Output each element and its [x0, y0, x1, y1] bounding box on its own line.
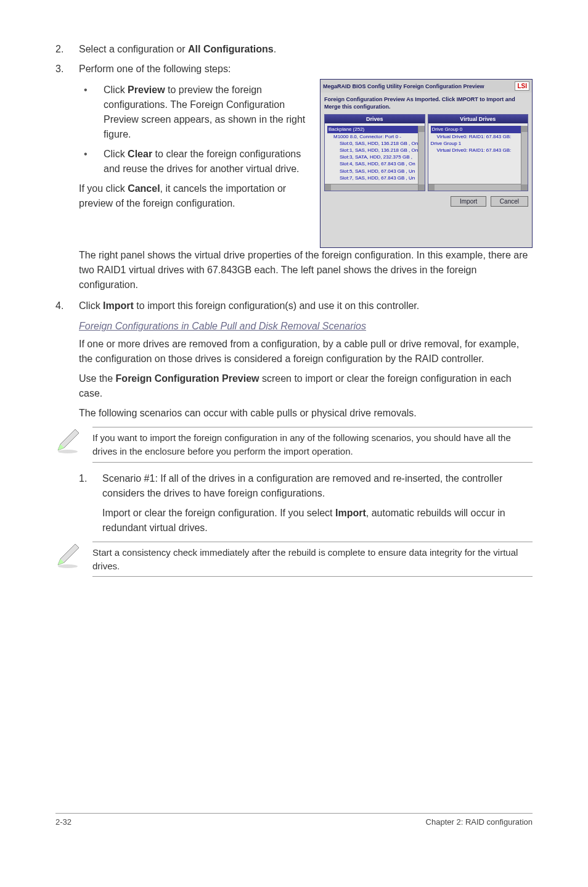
- note-text: Start a consistency check immediately af…: [92, 542, 533, 577]
- step-4: 4. Click Import to import this foreign c…: [55, 299, 533, 313]
- foreign-config-dialog: MegaRAID BIOS Config Utility Foreign Con…: [320, 79, 533, 248]
- bullet-preview: • Click Preview to preview the foreign c…: [79, 83, 311, 142]
- step-body: Perform one of the following steps:: [79, 62, 533, 76]
- text: Import or clear the foreign configuratio…: [102, 508, 335, 518]
- scrollbar-vertical[interactable]: [521, 126, 528, 191]
- para: The following scenarios can occur with c…: [79, 406, 533, 421]
- bold: All Configurations: [188, 44, 274, 54]
- scrollbar-vertical[interactable]: [418, 126, 425, 191]
- bullet-dot: •: [79, 147, 104, 176]
- scrollbar-horizontal[interactable]: [428, 184, 528, 191]
- tree-connector[interactable]: M1000 8.0, Connector: Port 0 -: [327, 133, 422, 140]
- dialog-titlebar: MegaRAID BIOS Config Utility Foreign Con…: [321, 80, 532, 93]
- import-button[interactable]: Import: [451, 196, 486, 207]
- tree-slot[interactable]: Slot:3, SATA, HDD, 232.375 GB ,: [327, 154, 422, 160]
- step-num: 1.: [79, 471, 102, 501]
- page-footer: 2-32 Chapter 2: RAID configuration: [55, 813, 533, 827]
- tree-group[interactable]: Drive Group 1: [431, 140, 526, 147]
- drives-panel: Drives Backplane (252) M1000 8.0, Connec…: [324, 114, 425, 191]
- tree-vd[interactable]: Virtual Drive0: RAID1: 67.843 GB:: [431, 147, 526, 154]
- text: Select a configuration or: [79, 44, 188, 54]
- bold: Preview: [128, 85, 165, 95]
- svg-point-3: [58, 564, 78, 568]
- step-body: Select a configuration or All Configurat…: [79, 42, 533, 57]
- bullet-body: Click Preview to preview the foreign con…: [104, 83, 311, 142]
- pencil-icon: [54, 542, 81, 569]
- scenario-1: 1. Scenario #1: If all of the drives in …: [79, 471, 533, 501]
- drives-header: Drives: [325, 115, 425, 123]
- text: to import this foreign configuration(s) …: [134, 300, 419, 311]
- dialog-message: Foreign Configuration Preview As Importe…: [324, 96, 528, 110]
- page-number: 2-32: [55, 817, 71, 827]
- step-body: Click Import to import this foreign conf…: [79, 299, 533, 313]
- bold: Import: [103, 300, 134, 311]
- text: Perform one of the following steps:: [79, 64, 231, 74]
- lsi-badge: LSI: [515, 81, 529, 91]
- drives-tree[interactable]: Backplane (252) M1000 8.0, Connector: Po…: [325, 123, 425, 184]
- scrollbar-horizontal[interactable]: [325, 184, 425, 191]
- text: Click: [79, 300, 103, 311]
- tree-slot[interactable]: Slot:5, SAS, HDD, 67.043 GB , Un: [327, 168, 422, 175]
- bullet-clear: • Click Clear to clear the foreign confi…: [79, 147, 311, 176]
- tree-slot[interactable]: Slot:7, SAS, HDD, 67.843 GB , Un: [327, 175, 422, 181]
- dialog-title: MegaRAID BIOS Config Utility Foreign Con…: [323, 83, 484, 89]
- para: If one or more drives are removed from a…: [79, 337, 533, 366]
- step-2: 2. Select a configuration or All Configu…: [55, 42, 533, 57]
- tree-group[interactable]: Drive Group 0: [431, 126, 526, 133]
- para: Import or clear the foreign configuratio…: [102, 506, 533, 535]
- tree-root[interactable]: Backplane (252): [327, 126, 422, 133]
- text: .: [274, 44, 276, 54]
- bullet-body: Click Clear to clear the foreign configu…: [104, 147, 311, 176]
- tree-slot[interactable]: Slot:1, SAS, HDD, 136.218 GB , On: [327, 147, 422, 154]
- para: Use the Foreign Configuration Preview sc…: [79, 371, 533, 401]
- tree-slot[interactable]: Slot:0, SAS, HDD, 136.218 GB , On: [327, 140, 422, 147]
- tree-slot[interactable]: Slot:4, SAS, HDD, 67.843 GB , On: [327, 160, 422, 167]
- vd-tree[interactable]: Drive Group 0 Virtual Drive0: RAID1: 67.…: [428, 123, 528, 184]
- note-2: Start a consistency check immediately af…: [55, 542, 533, 577]
- chapter-label: Chapter 2: RAID configuration: [426, 817, 533, 827]
- step-num: 3.: [55, 62, 79, 76]
- bold: Cancel: [128, 183, 160, 194]
- cancel-button[interactable]: Cancel: [491, 196, 528, 207]
- pencil-icon: [54, 427, 81, 454]
- step-3: 3. Perform one of the following steps:: [55, 62, 533, 76]
- note-text: If you want to import the foreign config…: [92, 427, 533, 463]
- tree-vd[interactable]: Virtual Drive0: RAID1: 67.843 GB:: [431, 133, 526, 140]
- vd-header: Virtual Drives: [428, 115, 528, 123]
- cancel-para: If you click Cancel, it cancels the impo…: [79, 181, 311, 211]
- text: Click: [104, 85, 128, 95]
- step-body: Scenario #1: If all of the drives in a c…: [102, 471, 533, 501]
- text: If you click: [79, 183, 128, 194]
- text: Use the: [79, 373, 116, 384]
- bullet-dot: •: [79, 83, 104, 142]
- bold: Clear: [128, 149, 152, 159]
- text: Click: [104, 149, 128, 159]
- note-1: If you want to import the foreign config…: [55, 427, 533, 463]
- bold: Import: [335, 508, 366, 518]
- step-num: 2.: [55, 42, 79, 57]
- section-heading: Foreign Configurations in Cable Pull and…: [79, 321, 533, 332]
- right-panel-para: The right panel shows the virtual drive …: [79, 248, 533, 292]
- bold: Foreign Configuration Preview: [116, 373, 259, 384]
- svg-point-0: [58, 450, 78, 453]
- step-num: 4.: [55, 299, 79, 313]
- virtual-drives-panel: Virtual Drives Drive Group 0 Virtual Dri…: [428, 114, 529, 191]
